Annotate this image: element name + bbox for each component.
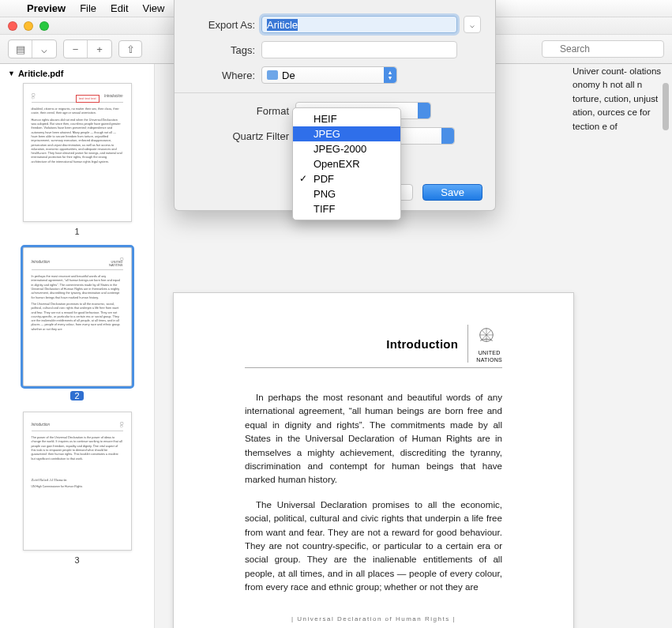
format-option-jpeg2000[interactable]: JPEG-2000 <box>293 141 400 156</box>
search-input[interactable] <box>542 40 664 58</box>
where-label: Where: <box>189 70 255 81</box>
document-page: Introduction UNITED NATIONS In perhaps t… <box>173 292 574 628</box>
format-dropdown-menu: HEIF JPEG JPEG-2000 OpenEXR PDF PNG TIFF <box>292 107 401 220</box>
format-option-tiff[interactable]: TIFF <box>293 201 400 216</box>
page-thumbnail-3[interactable]: Introduction◯⬡ The power of the Universa… <box>23 412 132 551</box>
expand-save-dialog-button[interactable]: ⌵ <box>464 16 481 33</box>
where-value: De <box>282 70 295 81</box>
page-heading: Introduction <box>386 337 458 351</box>
menu-file[interactable]: File <box>80 2 96 14</box>
format-option-png[interactable]: PNG <box>293 186 400 201</box>
share-button[interactable]: ⇧ <box>118 40 142 58</box>
un-text-1: UNITED <box>476 350 502 355</box>
page-thumbnail-1[interactable]: ◯⬡Introduction text text text disabled, … <box>23 83 132 222</box>
page-footer: | Universal Declaration of Human Rights … <box>245 615 502 622</box>
thumb-number-1: 1 <box>74 227 79 236</box>
sidebar-doc-name: Ariticle.pdf <box>18 69 63 78</box>
thumbnail-sidebar: ▼ Ariticle.pdf ◯⬡Introduction text text … <box>0 64 155 628</box>
thumb-number-3: 3 <box>74 555 79 565</box>
scrollbar-thumb[interactable] <box>663 83 669 130</box>
format-option-heif[interactable]: HEIF <box>293 111 400 126</box>
disclosure-triangle-icon[interactable]: ▼ <box>8 70 15 77</box>
menu-view[interactable]: View <box>143 2 165 14</box>
sidebar-doc-header[interactable]: ▼ Ariticle.pdf <box>5 67 149 83</box>
page-thumbnail-2[interactable]: Introduction◯UNITEDNATIONS In perhaps th… <box>23 247 132 386</box>
format-label: Format <box>189 105 289 117</box>
chevron-down-icon: ⌵ <box>470 21 475 29</box>
save-button[interactable]: Save <box>422 184 482 201</box>
un-text-2: NATIONS <box>476 357 502 363</box>
where-popup[interactable]: De ▲▼ <box>261 66 397 84</box>
format-option-pdf[interactable]: PDF <box>293 171 400 186</box>
stepper-icon: ▲▼ <box>384 67 396 83</box>
un-logo-icon <box>476 325 497 348</box>
tags-label: Tags: <box>189 44 255 56</box>
zoom-in-icon: + <box>96 43 103 55</box>
export-as-input[interactable] <box>261 16 457 33</box>
sidebar-toggle-icon: ▤ <box>16 43 25 55</box>
tags-input[interactable] <box>261 41 457 58</box>
quartz-filter-label: Quartz Filter <box>189 130 289 142</box>
format-option-jpeg[interactable]: JPEG <box>293 126 400 141</box>
folder-icon <box>267 70 278 80</box>
menu-edit[interactable]: Edit <box>111 2 128 14</box>
annotation-box: text text text <box>76 95 99 103</box>
thumb-number-2: 2 <box>70 391 83 400</box>
page-body-text: In perhaps the most resonant and beautif… <box>245 390 502 593</box>
export-as-label: Export As: <box>189 19 255 31</box>
app-name[interactable]: Preview <box>27 2 66 14</box>
view-mode-segment[interactable]: ▤ ⌵ <box>8 39 57 58</box>
previous-page-peek: Univer count- olations onomy h not all n… <box>573 64 671 273</box>
zoom-segment[interactable]: − + <box>63 39 112 58</box>
vertical-scrollbar[interactable] <box>659 66 670 626</box>
view-dropdown-icon: ⌵ <box>41 43 47 55</box>
zoom-out-icon: − <box>73 43 79 55</box>
format-option-openexr[interactable]: OpenEXR <box>293 156 400 171</box>
share-icon: ⇧ <box>126 43 135 55</box>
